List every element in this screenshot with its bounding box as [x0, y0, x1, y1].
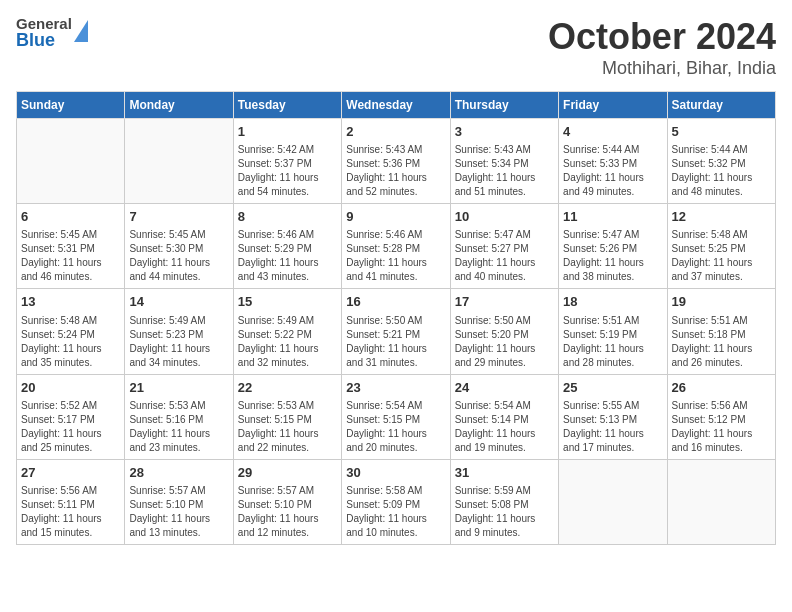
day-info: Sunrise: 5:50 AMSunset: 5:20 PMDaylight:… — [455, 314, 554, 370]
sunset-text: Sunset: 5:17 PM — [21, 414, 95, 425]
sunset-text: Sunset: 5:11 PM — [21, 499, 95, 510]
table-row — [667, 459, 775, 544]
sunrise-text: Sunrise: 5:50 AM — [455, 315, 531, 326]
sunset-text: Sunset: 5:21 PM — [346, 329, 420, 340]
calendar-subtitle: Mothihari, Bihar, India — [548, 58, 776, 79]
table-row: 26Sunrise: 5:56 AMSunset: 5:12 PMDayligh… — [667, 374, 775, 459]
day-number: 28 — [129, 464, 228, 482]
sunrise-text: Sunrise: 5:56 AM — [21, 485, 97, 496]
sunrise-text: Sunrise: 5:48 AM — [21, 315, 97, 326]
day-number: 5 — [672, 123, 771, 141]
calendar-week-row: 20Sunrise: 5:52 AMSunset: 5:17 PMDayligh… — [17, 374, 776, 459]
day-number: 30 — [346, 464, 445, 482]
sunset-text: Sunset: 5:19 PM — [563, 329, 637, 340]
day-info: Sunrise: 5:56 AMSunset: 5:11 PMDaylight:… — [21, 484, 120, 540]
sunrise-text: Sunrise: 5:49 AM — [129, 315, 205, 326]
day-number: 19 — [672, 293, 771, 311]
day-number: 14 — [129, 293, 228, 311]
day-number: 12 — [672, 208, 771, 226]
day-info: Sunrise: 5:45 AMSunset: 5:31 PMDaylight:… — [21, 228, 120, 284]
day-info: Sunrise: 5:47 AMSunset: 5:26 PMDaylight:… — [563, 228, 662, 284]
sunset-text: Sunset: 5:29 PM — [238, 243, 312, 254]
daylight-text: Daylight: 11 hours and 15 minutes. — [21, 513, 102, 538]
table-row: 3Sunrise: 5:43 AMSunset: 5:34 PMDaylight… — [450, 119, 558, 204]
sunrise-text: Sunrise: 5:57 AM — [238, 485, 314, 496]
calendar-week-row: 1Sunrise: 5:42 AMSunset: 5:37 PMDaylight… — [17, 119, 776, 204]
day-number: 8 — [238, 208, 337, 226]
day-info: Sunrise: 5:49 AMSunset: 5:22 PMDaylight:… — [238, 314, 337, 370]
day-number: 1 — [238, 123, 337, 141]
day-number: 23 — [346, 379, 445, 397]
sunrise-text: Sunrise: 5:53 AM — [238, 400, 314, 411]
sunrise-text: Sunrise: 5:45 AM — [21, 229, 97, 240]
day-info: Sunrise: 5:55 AMSunset: 5:13 PMDaylight:… — [563, 399, 662, 455]
table-row: 25Sunrise: 5:55 AMSunset: 5:13 PMDayligh… — [559, 374, 667, 459]
table-row — [559, 459, 667, 544]
day-number: 27 — [21, 464, 120, 482]
header-wednesday: Wednesday — [342, 92, 450, 119]
logo-arrow-icon — [74, 20, 88, 42]
day-number: 25 — [563, 379, 662, 397]
day-info: Sunrise: 5:46 AMSunset: 5:29 PMDaylight:… — [238, 228, 337, 284]
table-row: 5Sunrise: 5:44 AMSunset: 5:32 PMDaylight… — [667, 119, 775, 204]
header-monday: Monday — [125, 92, 233, 119]
header-sunday: Sunday — [17, 92, 125, 119]
sunrise-text: Sunrise: 5:47 AM — [563, 229, 639, 240]
table-row: 20Sunrise: 5:52 AMSunset: 5:17 PMDayligh… — [17, 374, 125, 459]
sunrise-text: Sunrise: 5:57 AM — [129, 485, 205, 496]
calendar-week-row: 6Sunrise: 5:45 AMSunset: 5:31 PMDaylight… — [17, 204, 776, 289]
day-info: Sunrise: 5:54 AMSunset: 5:14 PMDaylight:… — [455, 399, 554, 455]
header-saturday: Saturday — [667, 92, 775, 119]
logo: General Blue — [16, 16, 88, 49]
table-row: 21Sunrise: 5:53 AMSunset: 5:16 PMDayligh… — [125, 374, 233, 459]
daylight-text: Daylight: 11 hours and 34 minutes. — [129, 343, 210, 368]
day-info: Sunrise: 5:42 AMSunset: 5:37 PMDaylight:… — [238, 143, 337, 199]
day-info: Sunrise: 5:44 AMSunset: 5:33 PMDaylight:… — [563, 143, 662, 199]
sunset-text: Sunset: 5:09 PM — [346, 499, 420, 510]
daylight-text: Daylight: 11 hours and 40 minutes. — [455, 257, 536, 282]
sunrise-text: Sunrise: 5:46 AM — [346, 229, 422, 240]
sunset-text: Sunset: 5:36 PM — [346, 158, 420, 169]
calendar-week-row: 27Sunrise: 5:56 AMSunset: 5:11 PMDayligh… — [17, 459, 776, 544]
day-info: Sunrise: 5:47 AMSunset: 5:27 PMDaylight:… — [455, 228, 554, 284]
table-row: 22Sunrise: 5:53 AMSunset: 5:15 PMDayligh… — [233, 374, 341, 459]
sunset-text: Sunset: 5:31 PM — [21, 243, 95, 254]
daylight-text: Daylight: 11 hours and 26 minutes. — [672, 343, 753, 368]
day-number: 20 — [21, 379, 120, 397]
day-number: 3 — [455, 123, 554, 141]
table-row: 23Sunrise: 5:54 AMSunset: 5:15 PMDayligh… — [342, 374, 450, 459]
table-row: 15Sunrise: 5:49 AMSunset: 5:22 PMDayligh… — [233, 289, 341, 374]
table-row: 29Sunrise: 5:57 AMSunset: 5:10 PMDayligh… — [233, 459, 341, 544]
logo-text: General Blue — [16, 16, 72, 49]
sunset-text: Sunset: 5:13 PM — [563, 414, 637, 425]
logo-general: General — [16, 16, 72, 31]
day-info: Sunrise: 5:52 AMSunset: 5:17 PMDaylight:… — [21, 399, 120, 455]
daylight-text: Daylight: 11 hours and 17 minutes. — [563, 428, 644, 453]
sunset-text: Sunset: 5:25 PM — [672, 243, 746, 254]
table-row: 16Sunrise: 5:50 AMSunset: 5:21 PMDayligh… — [342, 289, 450, 374]
day-info: Sunrise: 5:51 AMSunset: 5:18 PMDaylight:… — [672, 314, 771, 370]
daylight-text: Daylight: 11 hours and 43 minutes. — [238, 257, 319, 282]
header-friday: Friday — [559, 92, 667, 119]
daylight-text: Daylight: 11 hours and 44 minutes. — [129, 257, 210, 282]
day-number: 22 — [238, 379, 337, 397]
day-info: Sunrise: 5:53 AMSunset: 5:16 PMDaylight:… — [129, 399, 228, 455]
sunset-text: Sunset: 5:12 PM — [672, 414, 746, 425]
day-info: Sunrise: 5:54 AMSunset: 5:15 PMDaylight:… — [346, 399, 445, 455]
sunrise-text: Sunrise: 5:58 AM — [346, 485, 422, 496]
header-tuesday: Tuesday — [233, 92, 341, 119]
table-row: 13Sunrise: 5:48 AMSunset: 5:24 PMDayligh… — [17, 289, 125, 374]
daylight-text: Daylight: 11 hours and 25 minutes. — [21, 428, 102, 453]
title-block: October 2024 Mothihari, Bihar, India — [548, 16, 776, 79]
daylight-text: Daylight: 11 hours and 31 minutes. — [346, 343, 427, 368]
sunset-text: Sunset: 5:24 PM — [21, 329, 95, 340]
daylight-text: Daylight: 11 hours and 22 minutes. — [238, 428, 319, 453]
sunset-text: Sunset: 5:20 PM — [455, 329, 529, 340]
daylight-text: Daylight: 11 hours and 49 minutes. — [563, 172, 644, 197]
day-number: 15 — [238, 293, 337, 311]
table-row: 17Sunrise: 5:50 AMSunset: 5:20 PMDayligh… — [450, 289, 558, 374]
table-row: 27Sunrise: 5:56 AMSunset: 5:11 PMDayligh… — [17, 459, 125, 544]
sunset-text: Sunset: 5:32 PM — [672, 158, 746, 169]
day-info: Sunrise: 5:56 AMSunset: 5:12 PMDaylight:… — [672, 399, 771, 455]
sunrise-text: Sunrise: 5:51 AM — [672, 315, 748, 326]
